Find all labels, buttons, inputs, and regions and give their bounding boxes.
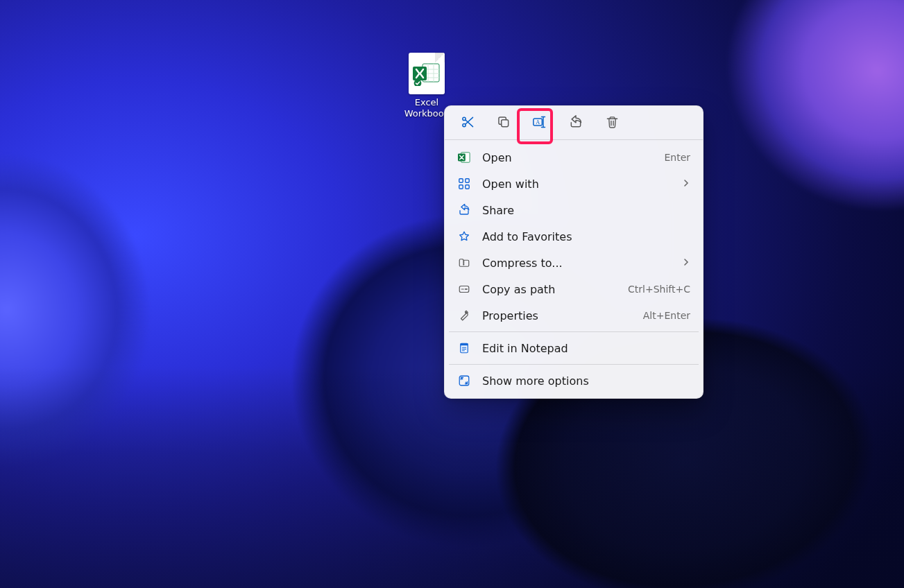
expand-icon bbox=[457, 374, 471, 388]
menu-item-open-with[interactable]: Open with bbox=[449, 171, 699, 197]
menu-item-label: Edit in Notepad bbox=[482, 342, 690, 355]
svg-point-7 bbox=[414, 80, 422, 86]
svg-rect-29 bbox=[461, 343, 468, 345]
cut-button[interactable] bbox=[460, 114, 475, 130]
menu-separator bbox=[449, 364, 699, 365]
star-icon bbox=[457, 230, 471, 243]
menu-separator bbox=[445, 139, 703, 140]
share-arrow-icon bbox=[569, 115, 583, 129]
notepad-icon bbox=[457, 341, 471, 355]
menu-item-label: Copy as path bbox=[482, 283, 617, 296]
zip-folder-icon bbox=[457, 256, 471, 270]
svg-rect-12 bbox=[502, 120, 509, 127]
chevron-right-icon bbox=[682, 178, 690, 190]
menu-item-shortcut: Ctrl+Shift+C bbox=[628, 284, 690, 295]
open-with-icon bbox=[457, 177, 471, 191]
copy-path-icon bbox=[457, 282, 471, 296]
menu-item-properties[interactable]: Properties Alt+Enter bbox=[449, 302, 699, 329]
excel-app-icon bbox=[413, 62, 441, 86]
delete-button[interactable] bbox=[604, 114, 620, 130]
menu-item-compress[interactable]: Compress to... bbox=[449, 250, 699, 276]
menu-item-label: Compress to... bbox=[482, 257, 671, 270]
copy-icon bbox=[497, 115, 511, 129]
share-button[interactable] bbox=[568, 114, 583, 130]
menu-item-label: Show more options bbox=[482, 374, 690, 388]
scissors-icon bbox=[461, 115, 475, 129]
context-quick-toolbar: A bbox=[445, 106, 703, 137]
svg-point-27 bbox=[466, 289, 467, 290]
menu-item-share[interactable]: Share bbox=[449, 197, 699, 223]
svg-rect-23 bbox=[466, 185, 469, 189]
menu-item-copy-as-path[interactable]: Copy as path Ctrl+Shift+C bbox=[449, 276, 699, 302]
menu-item-edit-in-notepad[interactable]: Edit in Notepad bbox=[449, 335, 699, 361]
wrench-icon bbox=[457, 309, 471, 322]
menu-item-open[interactable]: Open Enter bbox=[449, 144, 699, 171]
svg-point-26 bbox=[465, 289, 466, 290]
menu-item-shortcut: Enter bbox=[664, 152, 690, 163]
menu-item-show-more-options[interactable]: Show more options bbox=[449, 368, 699, 394]
svg-rect-21 bbox=[466, 179, 469, 182]
file-thumbnail bbox=[409, 53, 445, 94]
rename-icon: A bbox=[532, 115, 547, 129]
trash-icon bbox=[606, 115, 619, 129]
rename-button[interactable]: A bbox=[532, 114, 547, 130]
menu-item-label: Open bbox=[482, 151, 653, 164]
svg-text:A: A bbox=[536, 119, 540, 126]
menu-item-label: Open with bbox=[482, 178, 671, 191]
menu-separator bbox=[449, 331, 699, 332]
menu-item-add-favorites[interactable]: Add to Favorites bbox=[449, 223, 699, 250]
file-context-menu: A bbox=[444, 105, 703, 399]
chevron-right-icon bbox=[682, 257, 690, 269]
menu-item-label: Share bbox=[482, 204, 690, 217]
share-icon bbox=[457, 203, 471, 217]
menu-item-label: Properties bbox=[482, 309, 632, 322]
menu-item-label: Add to Favorites bbox=[482, 230, 690, 243]
svg-rect-20 bbox=[459, 179, 463, 182]
excel-small-icon bbox=[457, 150, 471, 164]
svg-rect-22 bbox=[459, 185, 463, 189]
menu-item-shortcut: Alt+Enter bbox=[643, 310, 690, 321]
copy-button[interactable] bbox=[496, 114, 511, 130]
